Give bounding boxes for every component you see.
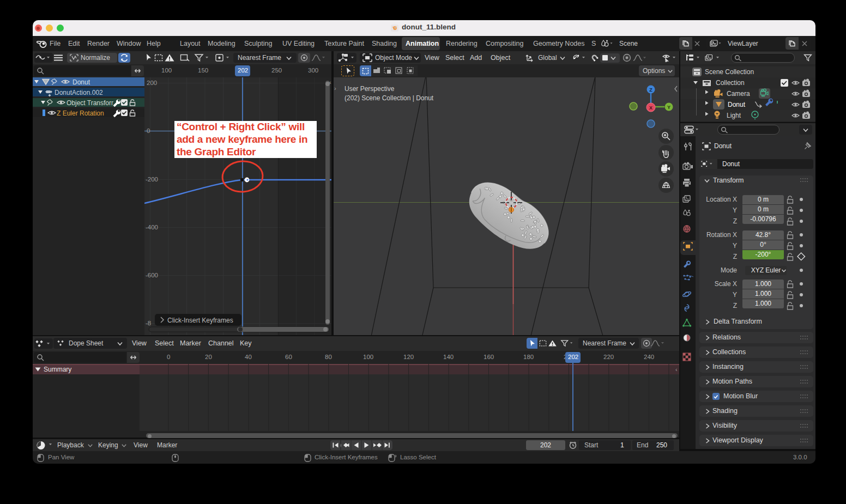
svg-text:X: X	[649, 105, 652, 111]
svg-text:-200: -200	[146, 176, 158, 183]
svg-text:Click-Insert Keyframes: Click-Insert Keyframes	[167, 317, 233, 324]
svg-text:-8: -8	[146, 320, 151, 326]
svg-text:Z: Z	[649, 87, 652, 93]
svg-text:0: 0	[147, 127, 150, 134]
svg-text:200: 200	[147, 80, 157, 86]
svg-text:-600: -600	[146, 272, 158, 278]
svg-text:Y: Y	[667, 105, 670, 110]
svg-text:-400: -400	[146, 224, 158, 230]
